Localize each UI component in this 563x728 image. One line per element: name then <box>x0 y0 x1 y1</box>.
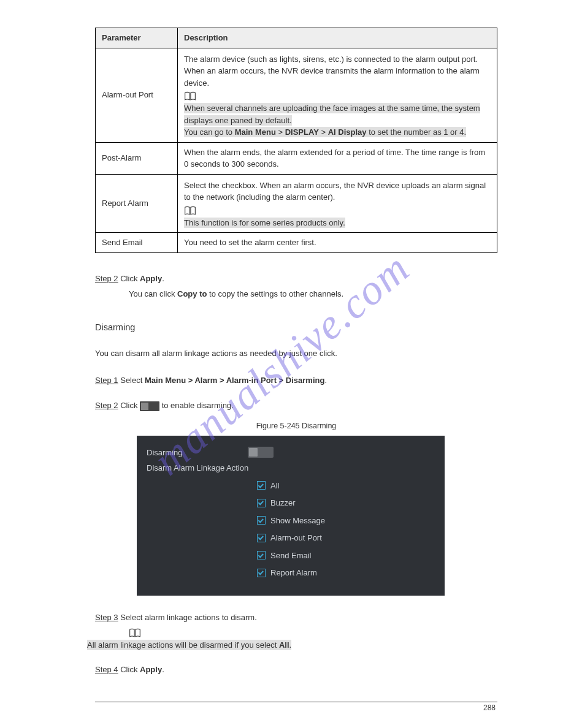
disarm-desc: You can disarm all alarm linkage actions… <box>95 347 497 360</box>
param-cell: Post-Alarm <box>96 142 178 174</box>
step-para: You can click Copy to to copy the settin… <box>129 288 497 300</box>
step-block: Step 2 Click to enable disarming. <box>95 391 497 414</box>
checkbox-icon <box>257 481 266 490</box>
step-text: Click Apply. <box>120 274 164 283</box>
disarming-screenshot: Disarming Disarm Alarm Linkage Action Al… <box>137 436 445 596</box>
checkbox-label: All <box>270 480 279 492</box>
checkbox-label: Show Message <box>270 515 325 527</box>
checkbox-row-buzzer[interactable]: Buzzer <box>257 497 435 509</box>
step-label: Step 3 <box>95 612 118 624</box>
page-number: 288 <box>483 702 496 713</box>
book-icon <box>184 206 196 216</box>
note-text: All alarm linkage actions will be disarm… <box>87 640 291 650</box>
note-text: When several channels are uploading the … <box>184 103 480 126</box>
footer-line <box>95 702 497 702</box>
step-text: Click Apply. <box>120 665 164 674</box>
desc-cell: When the alarm ends, the alarm extended … <box>178 142 497 174</box>
checkbox-icon <box>257 516 266 525</box>
desc-cell: The alarm device (such as lights, sirens… <box>178 48 497 142</box>
checkbox-label: Buzzer <box>270 497 295 509</box>
note-text: This function is for some series product… <box>184 218 345 228</box>
table-row: Report Alarm Select the checkbox. When a… <box>96 174 497 233</box>
desc-cell: You need to set the alarm center first. <box>178 233 497 253</box>
checkbox-label: Alarm-out Port <box>270 532 322 544</box>
table-header-description: Description <box>178 28 497 48</box>
note-text: You can go to Main Menu > DISPLAY > AI D… <box>184 127 466 137</box>
step-block: Step 2 Click Apply. You can click Copy t… <box>95 264 497 300</box>
desc-text: Select the checkbox. When an alarm occur… <box>184 180 491 203</box>
parameter-table: Parameter Description Alarm-out Port The… <box>95 28 497 253</box>
step-block: Step 4 Click Apply. <box>95 655 497 678</box>
checkbox-row-show-message[interactable]: Show Message <box>257 515 435 527</box>
step-label: Step 2 <box>95 400 118 412</box>
ss-row-linkage: Disarm Alarm Linkage Action <box>147 462 435 474</box>
desc-text: The alarm device (such as lights, sirens… <box>184 53 491 89</box>
checkbox-row-report-alarm[interactable]: Report Alarm <box>257 567 435 579</box>
step-text: Select Main Menu > Alarm > Alarm-in Port… <box>120 376 327 385</box>
heading-disarming: Disarming <box>95 321 497 335</box>
table-row: Send Email You need to set the alarm cen… <box>96 233 497 253</box>
note-block: When several channels are uploading the … <box>184 102 491 138</box>
step-block: Step 1 Select Main Menu > Alarm > Alarm-… <box>95 366 497 389</box>
checkbox-label: Send Email <box>270 550 311 562</box>
checkbox-icon <box>257 551 266 559</box>
param-cell: Report Alarm <box>96 174 178 233</box>
book-icon <box>184 91 196 101</box>
ss-row-disarming: Disarming <box>147 447 435 459</box>
note-icon-row <box>129 628 485 638</box>
step-label: Step 4 <box>95 664 118 676</box>
desc-cell: Select the checkbox. When an alarm occur… <box>178 174 497 233</box>
note-icon-row <box>184 206 491 216</box>
step-label: Step 1 <box>95 374 118 387</box>
step-text: Select alarm linkage actions to disarm. <box>120 613 257 622</box>
checkbox-icon <box>257 534 266 542</box>
checkbox-row-all[interactable]: All <box>257 480 435 492</box>
book-icon <box>129 628 141 638</box>
param-cell: Send Email <box>96 233 178 253</box>
table-row: Alarm-out Port The alarm device (such as… <box>96 48 497 142</box>
checkbox-icon <box>257 569 266 577</box>
ss-label: Disarm Alarm Linkage Action <box>147 462 248 474</box>
checkbox-row-alarm-out[interactable]: Alarm-out Port <box>257 532 435 544</box>
disarming-toggle[interactable] <box>248 447 274 458</box>
page-content: Parameter Description Alarm-out Port The… <box>0 0 563 678</box>
table-row: Post-Alarm When the alarm ends, the alar… <box>96 142 497 174</box>
step-label: Step 2 <box>95 273 118 285</box>
figure-caption: Figure 5-245 Disarming <box>95 420 497 432</box>
ss-label: Disarming <box>147 447 248 459</box>
toggle-icon <box>140 401 159 411</box>
checkbox-label: Report Alarm <box>270 567 317 579</box>
checkbox-row-send-email[interactable]: Send Email <box>257 550 435 562</box>
step-text: Click to enable disarming. <box>120 401 234 410</box>
checkbox-icon <box>257 499 266 507</box>
note-icon-row <box>184 91 491 101</box>
step-block: Step 3 Select alarm linkage actions to d… <box>95 603 497 651</box>
table-header-parameter: Parameter <box>96 28 178 48</box>
param-cell: Alarm-out Port <box>96 48 178 142</box>
